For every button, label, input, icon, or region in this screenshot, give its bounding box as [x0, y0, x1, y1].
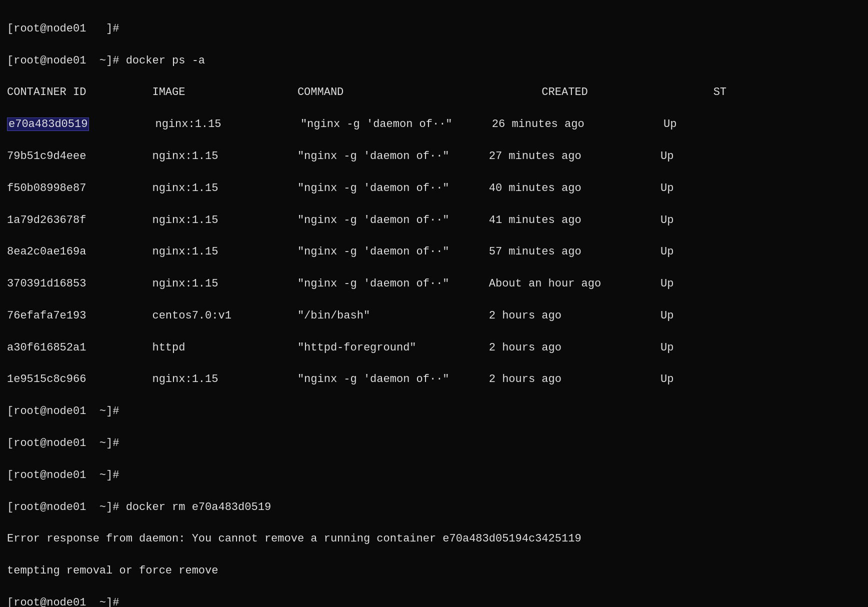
error-line-1: Error response from daemon: You cannot r…: [7, 531, 861, 547]
prompt-blank-2: [root@node01 ~]#: [7, 436, 861, 452]
error-line-2: tempting removal or force remove: [7, 563, 861, 579]
container-id-highlight: e70a483d0519: [7, 118, 89, 131]
container-row-9: 1e9515c8c966 nginx:1.15 "nginx -g 'daemo…: [7, 372, 861, 388]
container-row-1: e70a483d0519 nginx:1.15 "nginx -g 'daemo…: [7, 116, 861, 132]
line-1: [root@node01 ]#: [7, 21, 861, 37]
container-row-7: 76efafa7e193 centos7.0:v1 "/bin/bash" 2 …: [7, 308, 861, 324]
terminal-window: [root@node01 ]# [root@node01 ~]# docker …: [7, 5, 861, 607]
container-row-2: 79b51c9d4eee nginx:1.15 "nginx -g 'daemo…: [7, 148, 861, 164]
prompt-blank-4: [root@node01 ~]#: [7, 595, 861, 607]
container-row-6: 370391d16853 nginx:1.15 "nginx -g 'daemo…: [7, 276, 861, 292]
container-row-4: 1a79d263678f nginx:1.15 "nginx -g 'daemo…: [7, 212, 861, 228]
prompt-blank-3: [root@node01 ~]#: [7, 468, 861, 484]
line-2: [root@node01 ~]# docker ps -a: [7, 53, 861, 69]
docker-ps-header: CONTAINER ID IMAGE COMMAND CREATED ST: [7, 84, 861, 100]
container-row-8: a30f616852a1 httpd "httpd-foreground" 2 …: [7, 340, 861, 356]
command-docker-rm-1: [root@node01 ~]# docker rm e70a483d0519: [7, 500, 861, 516]
prompt-blank-1: [root@node01 ~]#: [7, 404, 861, 420]
container-row-3: f50b08998e87 nginx:1.15 "nginx -g 'daemo…: [7, 180, 861, 196]
container-row-5: 8ea2c0ae169a nginx:1.15 "nginx -g 'daemo…: [7, 244, 861, 260]
